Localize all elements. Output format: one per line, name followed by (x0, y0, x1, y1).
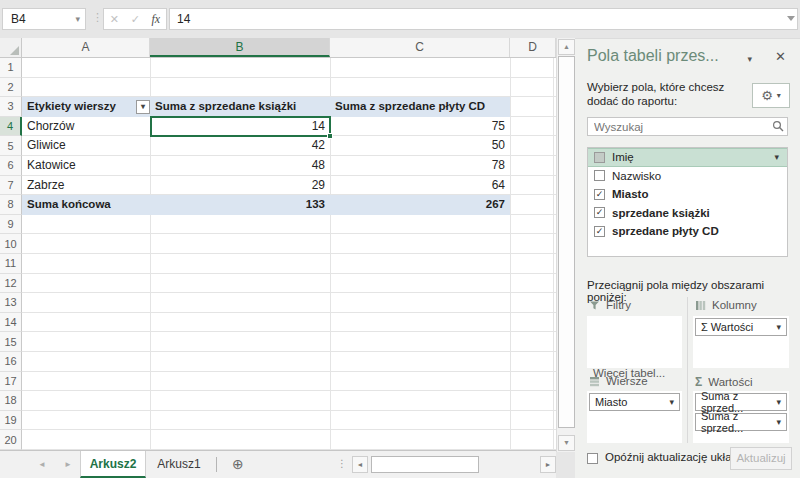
filter-dropdown-icon[interactable]: ▾ (136, 100, 150, 114)
sheet-tab-Arkusz2[interactable]: Arkusz2 (80, 451, 146, 478)
selected-cell-outline[interactable] (150, 116, 331, 137)
checkbox-unchecked[interactable] (594, 152, 605, 163)
area-field-chip[interactable]: Σ Wartości▾ (695, 318, 787, 336)
row-header-11[interactable]: 11 (0, 254, 22, 274)
field-item[interactable]: ✓sprzedane książki (588, 204, 787, 223)
horizontal-scrollbar-thumb[interactable] (371, 456, 479, 473)
rows-drop-area[interactable]: Miasto▾ (587, 391, 682, 443)
fill-handle[interactable] (327, 133, 333, 139)
pivot-row-label[interactable]: Katowice (22, 156, 150, 176)
checkbox-checked[interactable]: ✓ (594, 226, 605, 237)
name-box[interactable]: B4 ▾ (2, 8, 86, 30)
grid-row-line (22, 352, 556, 372)
column-header-A[interactable]: A (22, 38, 150, 57)
tools-button[interactable]: ⚙ ▾ (752, 83, 790, 108)
column-header-D[interactable]: D (510, 38, 556, 57)
chevron-down-icon[interactable]: ▾ (776, 417, 781, 427)
defer-layout-checkbox[interactable] (587, 453, 598, 464)
field-item[interactable]: ✓sprzedane płyty CD (588, 222, 787, 241)
checkbox-unchecked[interactable] (594, 170, 605, 181)
formula-input[interactable]: 14 (169, 8, 798, 30)
pane-options-icon[interactable]: ▾ (747, 54, 752, 64)
update-button[interactable]: Aktualizuj (730, 447, 792, 470)
row-header-10[interactable]: 10 (0, 234, 22, 254)
columns-drop-area[interactable]: Σ Wartości▾ (693, 316, 789, 368)
expand-formula-bar-icon[interactable] (787, 16, 795, 21)
field-item[interactable]: Nazwisko (588, 167, 787, 186)
search-icon[interactable] (772, 120, 785, 133)
pivot-value-cell[interactable]: 29 (150, 176, 330, 196)
scroll-right-icon[interactable]: ► (540, 456, 556, 473)
scroll-up-icon[interactable]: ▲ (558, 39, 575, 55)
search-input[interactable] (587, 117, 788, 136)
row-header-7[interactable]: 7 (0, 176, 22, 196)
column-header-B[interactable]: B (150, 38, 330, 57)
row-header-9[interactable]: 9 (0, 215, 22, 235)
row-header-2[interactable]: 2 (0, 78, 22, 98)
field-item[interactable]: Imię▾ (588, 148, 787, 167)
checkbox-checked[interactable]: ✓ (594, 207, 605, 218)
worksheet-grid[interactable]: 1234567891011121314151617181920Etykiety … (0, 58, 556, 450)
chevron-down-icon[interactable]: ▾ (75, 9, 80, 30)
scrollbar-resize-handle[interactable]: ⋮ (337, 458, 347, 469)
new-sheet-icon[interactable]: ⊕ (232, 456, 244, 472)
pivot-header-cell[interactable]: Suma z sprzedane książki (150, 97, 330, 117)
grid-column-line (510, 58, 511, 450)
pivot-value-cell[interactable]: 267 (330, 195, 510, 215)
pivot-value-cell[interactable]: 78 (330, 156, 510, 176)
row-header-19[interactable]: 19 (0, 411, 22, 431)
pivot-value-cell[interactable]: 42 (150, 136, 330, 156)
enter-icon[interactable]: ✓ (131, 13, 140, 26)
area-field-chip[interactable]: Miasto▾ (589, 393, 680, 411)
prev-sheet-icon[interactable]: ◄ (38, 460, 46, 469)
pivot-value-cell[interactable]: 50 (330, 136, 510, 156)
pivot-row-label[interactable]: Chorzów (22, 117, 150, 137)
row-header-1[interactable]: 1 (0, 58, 22, 78)
row-header-14[interactable]: 14 (0, 313, 22, 333)
close-icon[interactable]: ✕ (775, 49, 786, 64)
row-header-12[interactable]: 12 (0, 274, 22, 294)
chevron-down-icon[interactable]: ▾ (776, 397, 781, 407)
pivot-header-cell[interactable]: Etykiety wierszy (22, 97, 150, 117)
select-all-corner[interactable] (0, 38, 22, 57)
pivot-row-label[interactable]: Suma końcowa (22, 195, 150, 215)
area-field-chip[interactable]: Suma z sprzed...▾ (695, 413, 787, 431)
insert-function-icon[interactable]: fx (152, 12, 161, 27)
scroll-left-icon[interactable]: ◄ (352, 456, 368, 473)
filters-drop-area[interactable] (587, 316, 682, 368)
row-header-4[interactable]: 4 (0, 117, 22, 137)
pivot-value-cell[interactable]: 64 (330, 176, 510, 196)
checkbox-checked[interactable]: ✓ (594, 189, 605, 200)
next-sheet-icon[interactable]: ► (64, 460, 72, 469)
vertical-scrollbar-thumb[interactable] (558, 56, 575, 428)
pivot-row-label[interactable]: Zabrze (22, 176, 150, 196)
row-header-15[interactable]: 15 (0, 332, 22, 352)
vertical-scrollbar[interactable]: ▲ ▼ (556, 38, 575, 452)
sheet-tab-Arkusz1[interactable]: Arkusz1 (148, 451, 210, 478)
pivot-header-cell[interactable]: Suma z sprzedane płyty CD (330, 97, 510, 117)
pivot-data-row: Zabrze2964 (22, 176, 510, 196)
chevron-down-icon[interactable]: ▾ (774, 152, 779, 162)
row-header-13[interactable]: 13 (0, 293, 22, 313)
row-header-8[interactable]: 8 (0, 195, 22, 215)
pivot-value-cell[interactable]: 48 (150, 156, 330, 176)
values-drop-area[interactable]: Suma z sprzed...▾Suma z sprzed...▾ (693, 391, 789, 443)
chevron-down-icon[interactable]: ▾ (776, 322, 781, 332)
row-header-16[interactable]: 16 (0, 352, 22, 372)
field-item[interactable]: ✓Miasto (588, 185, 787, 204)
row-header-18[interactable]: 18 (0, 391, 22, 411)
cancel-icon[interactable]: ✕ (110, 13, 119, 26)
pivot-row-label[interactable]: Gliwice (22, 136, 150, 156)
row-header-6[interactable]: 6 (0, 156, 22, 176)
row-header-5[interactable]: 5 (0, 136, 22, 156)
horizontal-scrollbar[interactable]: ◄ ► (352, 456, 556, 473)
pivot-value-cell[interactable]: 133 (150, 195, 330, 215)
scroll-down-icon[interactable]: ▼ (558, 435, 575, 451)
pivot-value-cell[interactable]: 75 (330, 117, 510, 137)
column-header-C[interactable]: C (330, 38, 510, 57)
row-header-3[interactable]: 3 (0, 97, 22, 117)
row-header-20[interactable]: 20 (0, 430, 22, 450)
chevron-down-icon[interactable]: ▾ (669, 397, 674, 407)
area-field-chip[interactable]: Suma z sprzed...▾ (695, 393, 787, 411)
row-header-17[interactable]: 17 (0, 372, 22, 392)
